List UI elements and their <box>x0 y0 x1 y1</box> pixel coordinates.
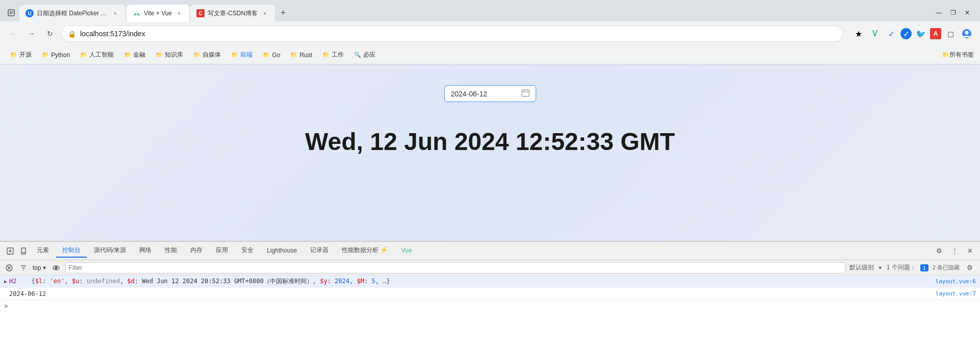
eye-button[interactable] <box>51 263 61 273</box>
date-picker-container: 2024-06-12 <box>444 85 536 102</box>
tab-sources[interactable]: 源代码/来源 <box>88 244 132 258</box>
inspector-icon[interactable] <box>4 245 16 257</box>
letter-icon[interactable]: A <box>930 28 941 39</box>
all-bookmarks[interactable]: 📁 所有书签 <box>942 51 974 59</box>
bookmark-work[interactable]: 📁 工作 <box>318 49 348 60</box>
console-log-1: H2 {$l: 'en', $u: undefined, $d: Wed Jun… <box>9 277 925 286</box>
refresh-button[interactable]: ↻ <box>43 27 57 41</box>
new-tab-button[interactable]: + <box>276 6 290 20</box>
url-lock-icon: 🔒 <box>68 30 76 38</box>
tab-favicon-3: C <box>196 9 205 17</box>
bookmark-bing[interactable]: 🔍 必应 <box>350 49 380 60</box>
context-selector[interactable]: top ▼ <box>33 264 47 271</box>
bookmark-go[interactable]: 📁 Go <box>259 51 284 60</box>
bookmark-kaiyuan[interactable]: 📁 开源 <box>6 49 36 60</box>
devtools-more-button[interactable]: ⋮ <box>948 245 961 257</box>
bookmark-knowledge[interactable]: 📁 知识库 <box>152 49 187 60</box>
devtools-close-button[interactable]: ✕ <box>964 245 976 257</box>
profile-icon[interactable] <box>960 27 974 41</box>
tab-csdn[interactable]: C 写文章-CSDN博客 × <box>190 5 275 22</box>
expand-arrow-1[interactable]: ▶ <box>4 279 7 284</box>
tab-vite-vue[interactable]: Vite + Vue × <box>127 5 189 22</box>
folder-icon: 📁 <box>942 52 949 58</box>
console-prompt-row: > <box>0 300 980 312</box>
tab-application[interactable]: 应用 <box>210 244 234 258</box>
console-source-1[interactable]: layout.vue:6 <box>925 278 976 285</box>
check-icon[interactable]: ✓ <box>900 28 912 39</box>
folder-icon: 📁 <box>156 52 163 58</box>
svg-rect-5 <box>522 90 529 96</box>
window-controls: — ❐ ✕ <box>932 6 976 19</box>
close-button[interactable]: ✕ <box>961 6 974 19</box>
extension-icon[interactable]: ◻ <box>943 27 958 41</box>
console-input[interactable] <box>10 303 976 310</box>
tab-elements[interactable]: 元素 <box>31 244 55 258</box>
star-icon[interactable]: ★ <box>851 27 866 41</box>
bookmark-label: Rust <box>299 52 312 59</box>
console-right-controls: 默认级别 ▼ 1 个问题： 1 2 条已隐藏 ⚙ <box>849 262 976 274</box>
tab-memory[interactable]: 内存 <box>184 244 209 258</box>
tab-security[interactable]: 安全 <box>235 244 260 258</box>
tab-perf-insights[interactable]: 性能数据分析 ⚡ <box>336 244 394 258</box>
bookmark-frontend[interactable]: 📁 前端 <box>227 49 257 60</box>
console-output: ▶ H2 {$l: 'en', $u: undefined, $d: Wed J… <box>0 276 980 350</box>
url-bar[interactable]: 🔒 localhost:5173/index <box>61 26 843 42</box>
url-text: localhost:5173/index <box>80 30 837 38</box>
tab-title-1: 日期选择框 DatePicker - Ant C <box>37 9 108 18</box>
issue-count-label: 1 个问题： <box>887 263 916 272</box>
bookmark-finance[interactable]: 📁 金融 <box>120 49 149 60</box>
prompt-arrow: > <box>4 303 8 310</box>
tab-datepicker[interactable]: U 日期选择框 DatePicker - Ant C × <box>19 5 125 22</box>
console-filter-input[interactable] <box>65 262 845 273</box>
date-input[interactable]: 2024-06-12 <box>444 85 536 102</box>
address-bar: ← → ↻ 🔒 localhost:5173/index ★ V ✓ ✓ 🐦 A… <box>0 21 980 46</box>
tab-list-button[interactable] <box>4 6 18 20</box>
default-level-label: 默认级别 <box>849 263 874 272</box>
device-icon[interactable] <box>17 245 30 257</box>
devtools-settings-button[interactable]: ⚙ <box>933 245 945 257</box>
bookmark-label: 必应 <box>363 51 375 59</box>
bookmark-label: 工作 <box>332 51 344 59</box>
tab-performance[interactable]: 性能 <box>159 244 183 258</box>
svg-rect-10 <box>21 248 26 254</box>
maximize-button[interactable]: ❐ <box>946 6 960 19</box>
folder-icon: 📁 <box>290 52 297 58</box>
tab-vue[interactable]: Vue <box>395 245 418 257</box>
filter-button[interactable] <box>18 263 29 273</box>
tab-favicon-1: U <box>26 9 34 17</box>
context-dropdown-icon: ▼ <box>42 265 47 270</box>
bird-icon[interactable]: 🐦 <box>914 27 928 41</box>
svg-point-19 <box>55 267 57 269</box>
bookmark-rust[interactable]: 📁 Rust <box>286 51 316 60</box>
bookmark-python[interactable]: 📁 Python <box>38 51 74 60</box>
tab-close-1[interactable]: × <box>111 9 119 17</box>
console-toolbar: top ▼ 默认级别 ▼ 1 个问题： 1 2 条已隐藏 ⚙ <box>0 260 980 276</box>
back-button[interactable]: ← <box>6 27 20 41</box>
devtools-tab-bar: 元素 控制台 源代码/来源 网络 性能 内存 应用 安全 Lighthouse … <box>0 242 980 260</box>
all-bookmarks-label: 所有书签 <box>949 51 974 59</box>
tab-network[interactable]: 网络 <box>133 244 158 258</box>
clear-console-button[interactable] <box>4 263 14 273</box>
bookmark-label: 人工智能 <box>89 51 114 59</box>
tab-close-3[interactable]: × <box>261 9 269 17</box>
bookmark-media[interactable]: 📁 自媒体 <box>189 49 225 60</box>
bookmark-ai[interactable]: 📁 人工智能 <box>76 49 118 60</box>
folder-icon: 📁 <box>124 52 131 58</box>
tab-lighthouse[interactable]: Lighthouse <box>261 245 303 257</box>
console-source-2[interactable]: layout.vue:7 <box>925 290 976 297</box>
minimize-button[interactable]: — <box>932 6 945 19</box>
tab-close-2[interactable]: × <box>175 9 183 17</box>
check-circle-icon[interactable]: ✓ <box>884 27 898 41</box>
console-log-2: 2024-06-12 <box>9 290 925 297</box>
forward-button[interactable]: → <box>24 27 39 41</box>
folder-icon: 📁 <box>263 52 270 58</box>
vuejs-icon[interactable]: V <box>868 27 882 41</box>
issue-badge: 1 <box>920 264 928 271</box>
tab-console[interactable]: 控制台 <box>56 244 87 258</box>
date-input-value: 2024-06-12 <box>451 90 517 98</box>
bookmark-label: 前端 <box>240 51 253 59</box>
main-content: 2024-06-12 Wed, 12 Jun 2024 12:52:33 GMT <box>0 65 980 241</box>
tab-favicon-2 <box>133 9 141 17</box>
issue-settings-button[interactable]: ⚙ <box>964 262 976 274</box>
tab-recorder[interactable]: 记录器 <box>304 244 335 258</box>
